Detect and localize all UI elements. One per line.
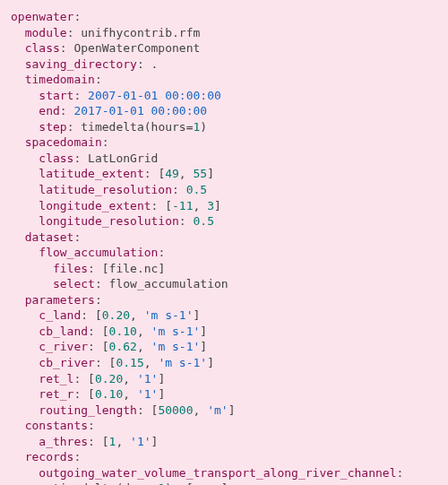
key-ret-r: ret_r <box>39 387 73 401</box>
key-dataset: dataset <box>25 230 74 244</box>
c-river-unit: 'm s-1' <box>151 340 201 353</box>
cb-river-val: 0.15 <box>116 356 143 369</box>
lat-ext-lo: 49 <box>165 167 179 180</box>
lon-ext-lo: -11 <box>172 199 193 212</box>
fn-timedelta-days: timedelta <box>53 481 116 485</box>
key-lon-res: longitude_resolution <box>39 214 179 228</box>
key-start: start <box>39 89 73 102</box>
val-start: 2007-01-01 00:00:00 <box>88 89 221 102</box>
key-constants: constants <box>25 419 88 432</box>
key-c-river: c_river <box>39 340 88 353</box>
c-river-val: 0.62 <box>109 340 137 353</box>
c-land-val: 0.20 <box>102 308 130 322</box>
key-ret-l: ret_l <box>39 372 73 385</box>
key-end: end <box>39 104 59 117</box>
cb-river-unit: 'm s-1' <box>158 356 207 369</box>
ret-l-unit: '1' <box>137 372 158 385</box>
key-cb-river: cb_river <box>39 356 95 369</box>
key-files: files <box>53 262 88 275</box>
cb-land-unit: 'm s-1' <box>151 325 201 338</box>
key-owvt: outgoing_water_volume_transport_along_ri… <box>39 466 396 480</box>
lat-ext-hi: 55 <box>194 167 208 180</box>
key-flow-accumulation: flow_accumulation <box>39 246 158 259</box>
key-step: step <box>39 120 66 134</box>
val-sd-class: LatLonGrid <box>88 152 158 165</box>
key-parameters: parameters <box>25 293 95 307</box>
key-cb-land: cb_land <box>39 325 88 338</box>
key-routing-length: routing_length <box>39 403 137 417</box>
key-c-land: c_land <box>39 308 81 322</box>
key-openwater: openwater <box>11 10 73 23</box>
val-select: flow_accumulation <box>109 277 228 290</box>
ret-r-unit: '1' <box>137 387 158 401</box>
key-timedomain: timedomain <box>25 73 95 86</box>
key-a-thres: a_thres <box>39 435 88 448</box>
lon-ext-hi: 3 <box>207 199 214 212</box>
yaml-code-block: openwater: module: unifhycontrib.rfm cla… <box>0 0 448 485</box>
key-records: records <box>25 450 74 463</box>
fn-timedelta: timedelta <box>81 120 143 134</box>
routing-length-unit: 'm' <box>207 403 228 417</box>
val-end: 2017-01-01 00:00:00 <box>73 104 207 117</box>
lon-res-val: 0.5 <box>194 214 214 228</box>
key-sd-class: class <box>39 152 73 165</box>
key-lat-extent: latitude_extent <box>39 167 143 180</box>
val-files: file.nc <box>109 262 159 275</box>
c-land-unit: 'm s-1' <box>144 308 194 322</box>
lat-res-val: 0.5 <box>186 183 207 196</box>
records-val: mean <box>194 481 221 485</box>
cb-land-val: 0.10 <box>109 325 137 338</box>
val-class: OpenWaterComponent <box>73 41 200 55</box>
key-spacedomain: spacedomain <box>25 135 102 149</box>
key-lat-res: latitude_resolution <box>39 183 172 196</box>
val-saving-directory: . <box>151 57 159 71</box>
key-lon-extent: longitude_extent <box>39 199 151 212</box>
key-module: module <box>25 26 67 39</box>
ret-l-val: 0.20 <box>95 372 123 385</box>
arg-hours-key: hours <box>151 120 186 134</box>
val-module: unifhycontrib.rfm <box>81 26 200 39</box>
ret-r-val: 0.10 <box>95 387 123 401</box>
arg-days-key: days <box>123 481 151 485</box>
key-saving-directory: saving_directory <box>25 57 137 71</box>
routing-length-val: 50000 <box>158 403 193 417</box>
a-thres-unit: '1' <box>130 435 151 448</box>
key-select: select <box>53 277 95 290</box>
key-class: class <box>25 41 60 55</box>
